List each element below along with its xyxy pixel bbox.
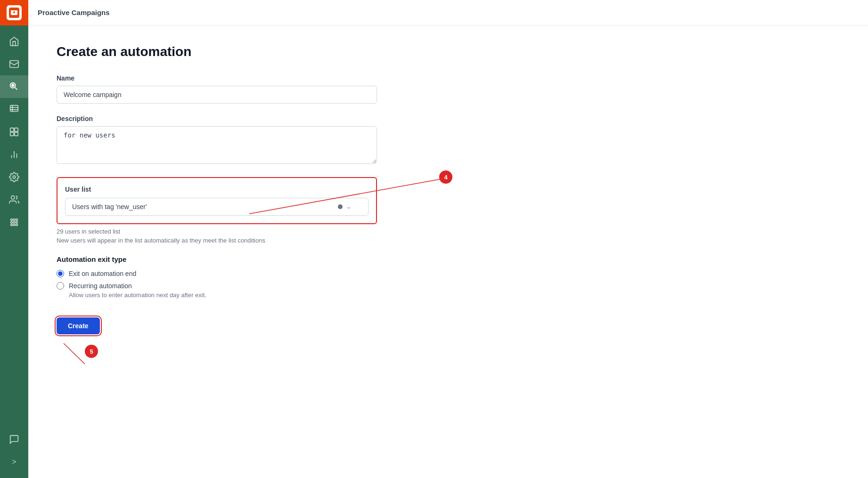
user-list-auto-info: New users will appear in the list automa… [57, 237, 377, 244]
svg-rect-9 [10, 128, 14, 131]
sidebar-item-campaigns[interactable] [0, 75, 28, 98]
exit-option-2-label[interactable]: Recurring automation [69, 282, 132, 290]
svg-point-25 [13, 224, 15, 226]
sidebar-item-analytics[interactable] [0, 143, 28, 166]
page-header: Proactive Campaigns [28, 0, 868, 25]
svg-rect-10 [15, 128, 18, 131]
svg-point-24 [11, 224, 13, 226]
user-list-section: User list Users with tag 'new_user' ⌄ [57, 177, 377, 224]
exit-option-2-sublabel: Allow users to enter automation next day… [69, 292, 424, 299]
sidebar-item-settings[interactable] [0, 166, 28, 188]
automation-exit-title: Automation exit type [57, 255, 424, 263]
user-list-form-group: User list Users with tag 'new_user' ⌄ 4 [57, 177, 424, 224]
exit-option-2: Recurring automation [57, 282, 424, 290]
create-button-wrapper: Create 5 [57, 317, 100, 334]
name-input[interactable] [57, 86, 377, 104]
svg-point-19 [13, 219, 15, 221]
sidebar-item-chat[interactable] [0, 428, 28, 451]
svg-point-18 [11, 219, 13, 221]
exit-option-1-radio[interactable] [57, 270, 64, 277]
svg-rect-5 [10, 105, 18, 112]
user-list-select[interactable]: Users with tag 'new_user' ⌄ [65, 198, 368, 216]
description-label: Description [57, 115, 424, 122]
annotation-arrow-4 [452, 170, 452, 171]
main-content: Proactive Campaigns Create an automation… [28, 0, 868, 478]
user-list-select-wrapper: Users with tag 'new_user' ⌄ [65, 198, 368, 216]
svg-point-1 [13, 11, 15, 13]
user-list-label: User list [65, 186, 368, 193]
create-button[interactable]: Create [57, 317, 100, 334]
header-title: Proactive Campaigns [38, 8, 110, 16]
exit-option-1: Exit on automation end [57, 270, 424, 277]
app-logo [7, 5, 22, 20]
annotation-arrow-5 [85, 357, 85, 358]
svg-point-22 [13, 221, 15, 223]
sidebar: > [0, 0, 28, 478]
svg-point-16 [13, 176, 16, 178]
sidebar-item-widgets[interactable] [0, 121, 28, 143]
sidebar-bottom: > [0, 428, 28, 478]
user-list-info: 29 users in selected list New users will… [57, 228, 377, 244]
svg-point-23 [16, 221, 18, 223]
annotation-badge-4: 4 [439, 170, 452, 184]
svg-point-26 [16, 224, 18, 226]
sidebar-item-apps[interactable] [0, 211, 28, 234]
user-list-selected-value: Users with tag 'new_user' [72, 203, 334, 211]
sidebar-expand-button[interactable]: > [0, 451, 28, 473]
svg-rect-2 [10, 61, 18, 68]
svg-point-21 [11, 221, 13, 223]
svg-point-17 [11, 196, 15, 199]
svg-rect-11 [10, 132, 14, 136]
description-textarea[interactable]: for new users [57, 126, 377, 164]
name-label: Name [57, 74, 424, 82]
page-title: Create an automation [57, 44, 424, 59]
description-form-group: Description for new users [57, 115, 424, 166]
sidebar-item-messages[interactable] [0, 98, 28, 121]
sidebar-item-users[interactable] [0, 188, 28, 211]
exit-option-2-group: Recurring automation Allow users to ente… [57, 282, 424, 299]
exit-option-1-label[interactable]: Exit on automation end [69, 270, 136, 277]
sidebar-header [0, 0, 28, 25]
user-list-count: 29 users in selected list [57, 228, 377, 235]
svg-rect-12 [15, 132, 18, 136]
sidebar-item-home[interactable] [0, 30, 28, 53]
svg-point-20 [16, 219, 18, 221]
content-area: Create an automation Name Description fo… [28, 25, 452, 353]
chevron-down-icon: ⌄ [346, 203, 351, 210]
name-form-group: Name [57, 74, 424, 104]
annotation-badge-5: 5 [85, 345, 98, 358]
sidebar-nav [0, 25, 28, 428]
svg-line-28 [64, 343, 85, 364]
svg-point-4 [12, 84, 14, 87]
select-indicator-dot [338, 204, 343, 209]
exit-option-2-radio[interactable] [57, 282, 64, 290]
automation-exit-section: Automation exit type Exit on automation … [57, 255, 424, 299]
sidebar-item-email[interactable] [0, 53, 28, 75]
